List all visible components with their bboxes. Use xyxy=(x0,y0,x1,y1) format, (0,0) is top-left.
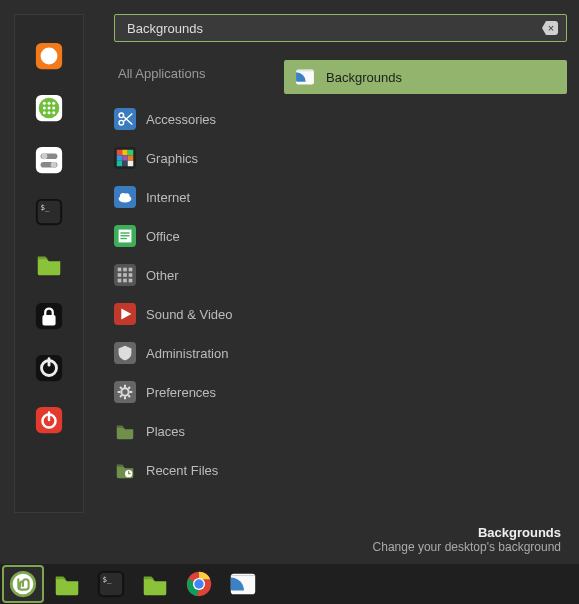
favorite-shutdown[interactable] xyxy=(32,403,66,437)
category-label: Sound & Video xyxy=(146,307,233,322)
category-sound-video[interactable]: Sound & Video xyxy=(114,302,274,326)
category-preferences[interactable]: Preferences xyxy=(114,380,274,404)
cloud-icon xyxy=(114,186,136,208)
menu-body: Backgrounds All Applications Accessories… xyxy=(0,0,579,519)
wallpaper-icon xyxy=(294,66,316,88)
clear-search-icon[interactable] xyxy=(542,21,558,35)
result-backgrounds[interactable]: Backgrounds xyxy=(284,60,567,94)
status-title: Backgrounds xyxy=(0,525,561,540)
category-label: Places xyxy=(146,424,185,439)
category-other[interactable]: Other xyxy=(114,263,274,287)
gear-icon xyxy=(114,381,136,403)
category-label: Graphics xyxy=(146,151,198,166)
category-label: Preferences xyxy=(146,385,216,400)
scissors-icon xyxy=(114,108,136,130)
folder-recent-icon xyxy=(114,459,136,481)
menu-right-column: Backgrounds All Applications Accessories… xyxy=(84,14,567,513)
grid-icon xyxy=(114,264,136,286)
favorite-settings[interactable] xyxy=(32,143,66,177)
taskbar-files[interactable] xyxy=(48,567,86,601)
favorite-firefox[interactable] xyxy=(32,39,66,73)
play-icon xyxy=(114,303,136,325)
category-places[interactable]: Places xyxy=(114,419,274,443)
results-list: Backgrounds xyxy=(274,60,567,513)
category-graphics[interactable]: Graphics xyxy=(114,146,274,170)
favorites-sidebar xyxy=(14,14,84,513)
shield-icon xyxy=(114,342,136,364)
status-description: Change your desktop's background xyxy=(0,540,561,554)
favorite-files[interactable] xyxy=(32,247,66,281)
application-menu: Backgrounds All Applications Accessories… xyxy=(0,0,579,564)
status-bar: Backgrounds Change your desktop's backgr… xyxy=(0,519,579,564)
favorite-terminal[interactable] xyxy=(32,195,66,229)
rainbow-icon xyxy=(114,147,136,169)
search-input-value[interactable]: Backgrounds xyxy=(127,21,542,36)
taskbar-menu[interactable] xyxy=(4,567,42,601)
search-field[interactable]: Backgrounds xyxy=(114,14,567,42)
favorite-apps[interactable] xyxy=(32,91,66,125)
category-recent-files[interactable]: Recent Files xyxy=(114,458,274,482)
category-label: Other xyxy=(146,268,179,283)
taskbar xyxy=(0,564,579,604)
all-applications-header[interactable]: All Applications xyxy=(114,60,274,87)
category-label: Recent Files xyxy=(146,463,218,478)
categories-list: All Applications AccessoriesGraphicsInte… xyxy=(114,60,274,513)
taskbar-chrome[interactable] xyxy=(180,567,218,601)
taskbar-background[interactable] xyxy=(224,567,262,601)
result-label: Backgrounds xyxy=(326,70,402,85)
category-label: Administration xyxy=(146,346,228,361)
favorite-logout[interactable] xyxy=(32,351,66,385)
category-accessories[interactable]: Accessories xyxy=(114,107,274,131)
taskbar-files2[interactable] xyxy=(136,567,174,601)
category-administration[interactable]: Administration xyxy=(114,341,274,365)
category-label: Internet xyxy=(146,190,190,205)
category-label: Office xyxy=(146,229,180,244)
taskbar-terminal[interactable] xyxy=(92,567,130,601)
office-icon xyxy=(114,225,136,247)
favorite-lock[interactable] xyxy=(32,299,66,333)
folder-icon xyxy=(114,420,136,442)
category-internet[interactable]: Internet xyxy=(114,185,274,209)
category-label: Accessories xyxy=(146,112,216,127)
menu-columns: All Applications AccessoriesGraphicsInte… xyxy=(114,60,567,513)
category-office[interactable]: Office xyxy=(114,224,274,248)
